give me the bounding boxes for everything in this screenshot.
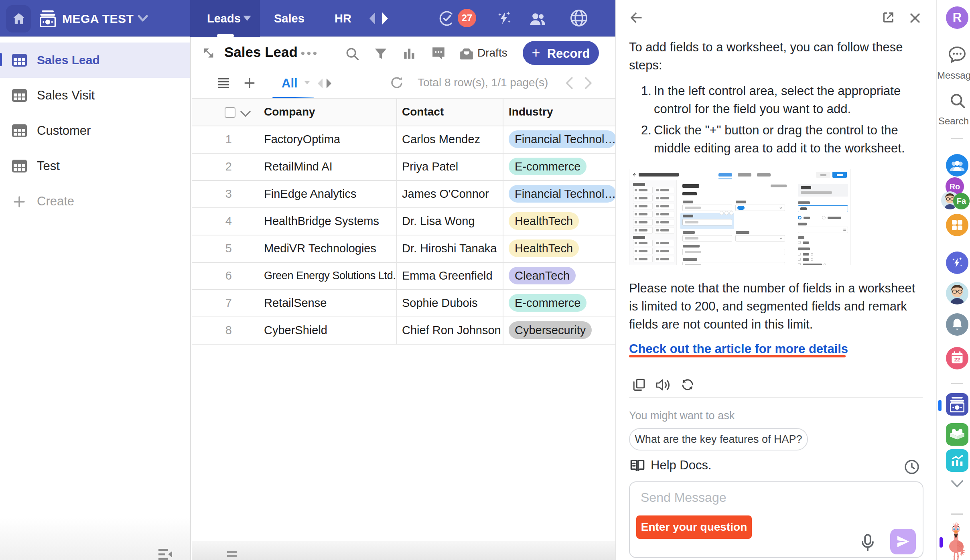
svg-text:22: 22 xyxy=(954,357,960,363)
